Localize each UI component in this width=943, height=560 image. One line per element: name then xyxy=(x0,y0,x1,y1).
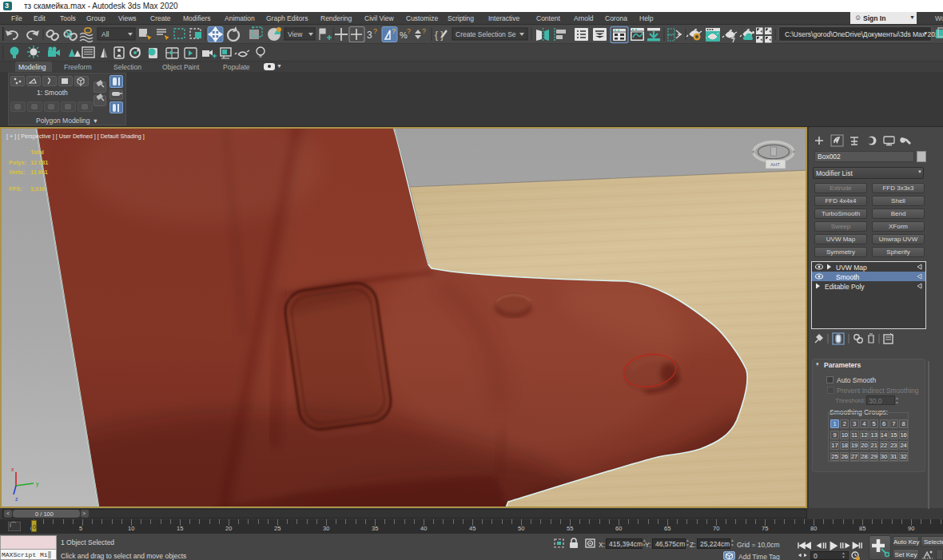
svg-text:3,016: 3,016 xyxy=(30,185,45,193)
svg-text:z: z xyxy=(15,496,18,502)
svg-text:View: View xyxy=(288,30,303,38)
svg-text:Verts:: Verts: xyxy=(9,169,25,176)
svg-text:?: ? xyxy=(392,27,396,35)
svg-text:y: y xyxy=(36,481,39,487)
svg-text:12 081: 12 081 xyxy=(30,159,48,166)
svg-text:Editable Poly: Editable Poly xyxy=(825,283,865,291)
svg-text:Smooth: Smooth xyxy=(836,273,860,281)
svg-text:АНТ: АНТ xyxy=(770,162,780,167)
svg-text:Total: Total xyxy=(30,149,44,156)
svg-text:UVW Map: UVW Map xyxy=(836,264,867,272)
svg-text:?: ? xyxy=(422,27,426,35)
svg-text:11 801: 11 801 xyxy=(30,169,48,176)
svg-text:Create Selection Se: Create Selection Se xyxy=(456,30,516,38)
svg-text:All: All xyxy=(101,30,109,38)
svg-text:?: ? xyxy=(407,27,411,35)
svg-text:x: x xyxy=(11,467,14,472)
svg-text:Polys:: Polys: xyxy=(9,159,26,166)
svg-text:FPS:: FPS: xyxy=(9,185,22,193)
svg-text:?: ? xyxy=(373,27,377,35)
svg-text:[ + ] [ Perspective ] [ User D: [ + ] [ Perspective ] [ User Defined ] [… xyxy=(6,133,145,140)
svg-text:3: 3 xyxy=(367,30,372,41)
